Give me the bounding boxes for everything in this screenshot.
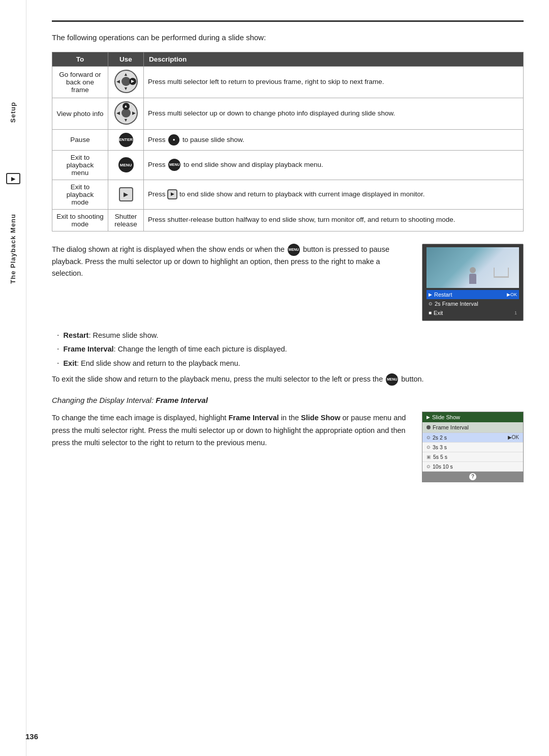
dialog-section: The dialog shown at right is displayed w… [52, 244, 524, 321]
bullet-item-exit: · Exit: End slide show and return to the… [57, 358, 524, 369]
sidebar: Setup ▶ The Playback Menu [0, 0, 26, 756]
playback-icon-symbol: ▶ [11, 176, 15, 182]
table-header-to: To [52, 52, 108, 66]
frame-interval-icon: ⊙ [429, 301, 433, 306]
exit-text-paragraph: To exit the slide show and return to the… [52, 373, 524, 386]
fi-option-2s: ⊙ 2s 2 s ▶OK [422, 433, 523, 443]
table-row: Pause ENTER Press ● to pause slide show. [52, 129, 524, 150]
fi-option-2s-label: 2s 2 s [433, 434, 447, 441]
table-header-use: Use [108, 52, 144, 66]
table-cell-to-2: View photo info [52, 98, 108, 129]
fi-option-5s-icon: ▣ [426, 454, 431, 459]
fi-question-mark: ? [469, 473, 476, 480]
sidebar-setup-label: Setup [9, 102, 17, 123]
table-row: Exit to playbackmenu MENU Press MENU to … [52, 150, 524, 180]
fi-option-10s-label: 10s 10 s [433, 463, 453, 470]
table-cell-desc-2: Press multi selector up or down to chang… [144, 98, 524, 129]
enter-button-icon: ENTER [119, 133, 133, 147]
table-cell-desc-5: Press ▶ to end slide show and return to … [144, 180, 524, 209]
fi-title-arrow: ▶ [426, 415, 430, 420]
table-cell-desc-6: Press shutter-release button halfway to … [144, 209, 524, 231]
table-cell-desc-4: Press MENU to end slide show and display… [144, 150, 524, 180]
bullet-dot-1: · [57, 330, 59, 341]
top-border [52, 20, 524, 22]
fi-option-5s-label: 5s 5 s [433, 454, 447, 460]
fi-subtitle-dot [426, 425, 431, 429]
menu-button-icon: MENU [118, 157, 134, 172]
fi-title-label: Slide Show [432, 414, 460, 420]
table-cell-to-1: Go forward orback one frame [52, 66, 108, 98]
exit-number: 1 [514, 310, 517, 315]
table-row: Exit to playbackmode ▶ Press ▶ to end sl… [52, 180, 524, 209]
restart-ok-label: ▶OK [507, 292, 517, 297]
bullet-dot-2: · [57, 344, 59, 355]
menu-exit-icon: MENU [386, 373, 398, 386]
table-cell-use-6: Shutterrelease [108, 209, 144, 231]
operations-table: To Use Description Go forward orback one… [52, 52, 524, 231]
sidebar-playback-label: The Playback Menu [9, 214, 17, 284]
frame-interval-section: To change the time each image is display… [52, 412, 524, 482]
table-cell-use-5: ▶ [108, 180, 144, 209]
frame-interval-text: To change the time each image is display… [52, 412, 412, 449]
enter-dialog-icon: MENU [288, 244, 300, 256]
exit-label: Exit [434, 310, 443, 316]
restart-option-label: Restart [434, 292, 452, 298]
fi-subtitle-label: Frame Interval [433, 424, 469, 430]
dialog-option-frame-interval: ⊙ 2s Frame Interval [426, 299, 519, 308]
fi-options: ⊙ 2s 2 s ▶OK ⊙ 3s 3 s ▣ 5s 5 s ⊙ 10 [422, 432, 523, 472]
fi-option-5s: ▣ 5s 5 s [422, 452, 523, 462]
bullet-dot-3: · [57, 358, 59, 369]
table-cell-use-2: ▲ ▼ ◀ ▶ [108, 98, 144, 129]
fi-subtitle: Frame Interval [422, 422, 523, 432]
table-cell-to-4: Exit to playbackmenu [52, 150, 108, 180]
frame-interval-screenshot: ▶ Slide Show Frame Interval ⊙ 2s 2 s ▶OK… [422, 412, 524, 482]
fi-option-3s-label: 3s 3 s [433, 444, 447, 450]
fi-bottom-bar: ? [422, 472, 523, 482]
sidebar-playback-icon: ▶ [6, 173, 20, 184]
main-content: The following operations can be performe… [26, 0, 549, 756]
bullet-list: · Restart: Resume slide show. · Frame In… [57, 330, 524, 369]
fi-option-3s: ⊙ 3s 3 s [422, 443, 523, 452]
dialog-option-exit: ■ Exit 1 [426, 308, 519, 317]
dialog-text: The dialog shown at right is displayed w… [52, 244, 412, 280]
frame-interval-label: 2s Frame Interval [435, 301, 478, 307]
restart-option-arrow: ▶ [429, 292, 432, 297]
bullet-item-frame-interval: · Frame Interval: Change the length of t… [57, 344, 524, 355]
table-cell-to-3: Pause [52, 129, 108, 150]
dialog-option-restart: ▶ Restart ▶OK [426, 290, 519, 299]
section-heading: Changing the Display Interval: Frame Int… [52, 396, 524, 404]
table-row: Exit to shootingmode Shutterrelease Pres… [52, 209, 524, 231]
bullet-text-frame-interval: Frame Interval: Change the length of tim… [63, 344, 287, 355]
fi-option-2s-icon: ⊙ [426, 435, 431, 440]
fi-option-2s-ok: ▶OK [508, 434, 519, 440]
table-cell-use-3: ENTER [108, 129, 144, 150]
table-row: Go forward orback one frame ▲ ▼ ◀ ▶ Pres… [52, 66, 524, 98]
table-header-description: Description [144, 52, 524, 66]
fi-title-bar: ▶ Slide Show [422, 412, 523, 422]
dialog-screenshot: ▶ Restart ▶OK ⊙ 2s Frame Interval ■ Exit… [422, 244, 524, 321]
fi-option-10s-icon: ⊙ [426, 464, 431, 469]
bullet-item-restart: · Restart: Resume slide show. [57, 330, 524, 341]
table-row: View photo info ▲ ▼ ◀ ▶ Press multi sele… [52, 98, 524, 129]
table-cell-use-1: ▲ ▼ ◀ ▶ [108, 66, 144, 98]
table-cell-use-4: MENU [108, 150, 144, 180]
exit-icon: ■ [429, 310, 432, 315]
fi-option-3s-icon: ⊙ [426, 445, 431, 450]
table-cell-desc-3: Press ● to pause slide show. [144, 129, 524, 150]
table-cell-to-5: Exit to playbackmode [52, 180, 108, 209]
page-number: 136 [25, 732, 38, 741]
bullet-text-restart: Restart: Resume slide show. [63, 330, 158, 341]
fi-option-10s: ⊙ 10s 10 s [422, 462, 523, 472]
intro-text: The following operations can be performe… [52, 32, 524, 44]
bullet-text-exit: Exit: End slide show and return to the p… [63, 358, 240, 369]
menu-inline-icon: MENU [168, 159, 180, 171]
camera-preview [426, 247, 519, 288]
enter-inline-icon: ● [168, 134, 179, 146]
table-cell-desc-1: Press multi selector left to return to p… [144, 66, 524, 98]
table-cell-to-6: Exit to shootingmode [52, 209, 108, 231]
